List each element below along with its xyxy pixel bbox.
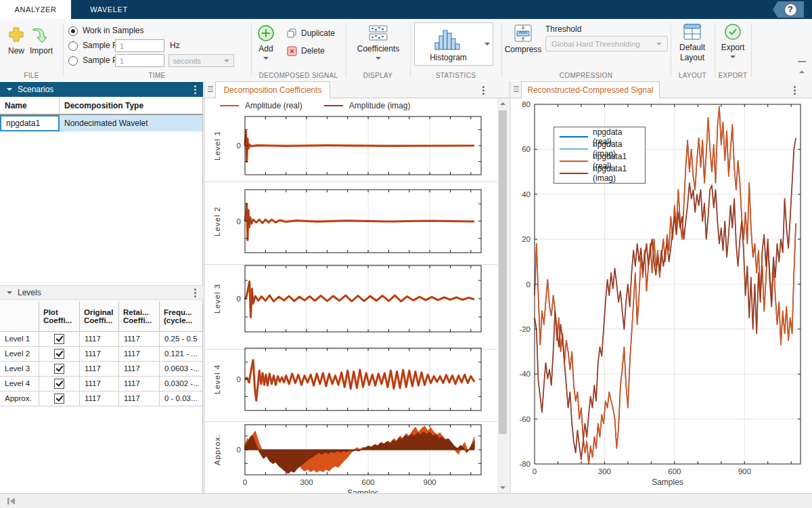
legend-item: npgdata1 (imag) xyxy=(560,167,639,179)
scenarios-menu-icon[interactable] xyxy=(194,85,196,94)
plot-coefficients-checkbox[interactable] xyxy=(54,364,64,374)
level1-plot[interactable]: 0 xyxy=(223,115,491,177)
legend-label-imag: Amplitude (imag) xyxy=(349,101,411,110)
levels-table-row[interactable]: Approx.111711170 - 0.03... xyxy=(0,391,202,406)
section-divider xyxy=(251,23,252,77)
default-layout-button[interactable]: Default Layout xyxy=(674,23,710,43)
level3-plot[interactable]: 0 xyxy=(223,264,491,335)
compress-button[interactable]: Compress xyxy=(504,24,542,45)
add-label: Add xyxy=(254,44,277,54)
svg-text:600: 600 xyxy=(668,467,681,475)
plot-coefficients-checkbox[interactable] xyxy=(54,379,64,389)
vertical-scrollbar[interactable] xyxy=(497,98,508,493)
histogram-dropdown-button[interactable] xyxy=(482,22,493,66)
legend-line-imag xyxy=(324,105,343,106)
svg-text:-40: -40 xyxy=(519,370,531,378)
coefficients-button[interactable]: Coefficients xyxy=(355,24,402,45)
scenarios-panel-header[interactable]: Scenarios xyxy=(0,82,203,97)
plot-coefficients-checkbox[interactable] xyxy=(54,334,64,344)
help-button[interactable]: ? xyxy=(773,1,804,18)
tab-decomposition-coefficients[interactable]: Decomposition Coefficients xyxy=(215,81,330,98)
ylabel-level3: Level 3 xyxy=(212,266,223,332)
add-chevron-icon xyxy=(263,57,269,60)
scenario-type-cell[interactable]: Nondecimated Wavelet xyxy=(60,115,202,131)
sample-rate-radio[interactable] xyxy=(68,41,78,51)
legend-line-real xyxy=(220,105,239,106)
tab-reconstructed-compressed[interactable]: Reconstructed-Compressed Signal xyxy=(521,81,660,98)
scroll-up-icon[interactable] xyxy=(500,102,505,105)
scenarios-col-type[interactable]: Decomposition Type xyxy=(60,97,202,115)
default-layout-label-1: Default xyxy=(674,43,710,52)
histogram-icon xyxy=(434,25,464,51)
svg-text:0: 0 xyxy=(526,280,531,289)
levels-table-row[interactable]: Level 3111711170.0603 -... xyxy=(0,361,202,377)
hz-label: Hz xyxy=(170,41,180,50)
frequency-range-cell: 0 - 0.03... xyxy=(160,391,202,406)
histogram-label: Histogram xyxy=(415,53,482,62)
work-in-samples-radio[interactable] xyxy=(68,26,78,36)
signal-legend[interactable]: npgdata (real) npgdata (imag) npgdata1 (… xyxy=(554,127,646,184)
reconstructed-menu-icon[interactable] xyxy=(794,86,796,95)
svg-text:300: 300 xyxy=(300,478,313,486)
sample-period-radio[interactable] xyxy=(68,56,78,66)
duplicate-button[interactable]: Duplicate xyxy=(287,28,297,41)
scenario-row[interactable]: npgdata1 Nondecimated Wavelet xyxy=(0,115,202,131)
level4-plot[interactable]: 0 xyxy=(223,347,491,413)
add-button[interactable]: Add xyxy=(257,24,277,45)
tab-analyzer[interactable]: ANALYZER xyxy=(0,0,71,19)
new-button[interactable]: New xyxy=(7,26,26,46)
levels-menu-icon[interactable] xyxy=(194,289,196,297)
collapse-left-panel-icon[interactable] xyxy=(7,497,16,505)
scenarios-col-name[interactable]: Name xyxy=(0,97,60,115)
section-divider xyxy=(501,23,502,77)
export-button[interactable]: Export xyxy=(717,23,748,43)
decomposed-section-label: DECOMPOSED SIGNAL xyxy=(251,72,346,79)
section-divider xyxy=(346,23,346,77)
legend-line-npgdata-imag xyxy=(560,148,588,150)
svg-text:Samples: Samples xyxy=(652,478,683,487)
levels-title: Levels xyxy=(18,288,41,297)
section-divider xyxy=(715,23,715,77)
section-divider xyxy=(751,23,752,77)
levels-table-row[interactable]: Level 2111711170.121 - ... xyxy=(0,346,202,362)
time-section-label: TIME xyxy=(63,72,251,79)
delete-button[interactable]: Delete xyxy=(287,46,297,59)
drag-grip-icon[interactable] xyxy=(208,86,213,92)
svg-text:40: 40 xyxy=(522,190,531,198)
threshold-label: Threshold xyxy=(545,24,581,34)
levels-col-frequency[interactable]: Frequ...(cycle... xyxy=(160,301,202,331)
approx-plot[interactable]: 03006009000Samples xyxy=(223,423,491,493)
threshold-method-dropdown: Global Hard Thresholding xyxy=(545,36,668,51)
levels-col-plot[interactable]: PlotCoeffi... xyxy=(39,301,80,331)
svg-text:Samples: Samples xyxy=(347,488,379,493)
ylabel-level1: Level 1 xyxy=(212,117,223,175)
layout-grid-icon xyxy=(683,23,701,41)
histogram-button[interactable]: Histogram xyxy=(414,22,482,66)
plot-coefficients-checkbox[interactable] xyxy=(54,349,64,359)
tab-wavelet[interactable]: WAVELET xyxy=(71,0,147,19)
scenario-name-cell[interactable]: npgdata1 xyxy=(0,115,60,131)
scroll-down-icon[interactable] xyxy=(500,486,505,489)
decomposition-legend: Amplitude (real) Amplitude (imag) xyxy=(220,101,410,110)
compression-section-label: COMPRESSION xyxy=(501,72,671,79)
scenarios-panel: Scenarios Name Decomposition Type npgdat… xyxy=(0,81,203,493)
plot-coefficients-checkbox[interactable] xyxy=(54,394,64,404)
levels-table-row[interactable]: Level 4111711170.0302 -... xyxy=(0,376,202,391)
legend-line-npgdata1-real xyxy=(560,161,588,162)
new-label: New xyxy=(5,46,28,56)
levels-table-row[interactable]: Level 1111711170.25 - 0.5 xyxy=(0,331,202,347)
scrollbar-thumb[interactable] xyxy=(499,110,507,434)
level2-plot[interactable]: 0 xyxy=(223,188,491,255)
import-button[interactable]: Import xyxy=(30,26,58,46)
svg-text:0: 0 xyxy=(237,375,241,383)
levels-panel-header[interactable]: Levels xyxy=(0,285,203,300)
levels-col-retained[interactable]: Retai...Coeffi... xyxy=(119,301,160,331)
level-name-cell: Level 2 xyxy=(0,346,39,361)
sample-period-input: 1 xyxy=(115,54,164,67)
collapse-ribbon-button[interactable] xyxy=(797,61,807,69)
delete-label: Delete xyxy=(301,46,325,56)
levels-col-original[interactable]: OriginalCoeffi... xyxy=(80,301,119,331)
plot-coefficients-cell xyxy=(39,331,80,346)
decomposition-menu-icon[interactable] xyxy=(482,86,484,95)
drag-grip-icon[interactable] xyxy=(514,86,519,92)
